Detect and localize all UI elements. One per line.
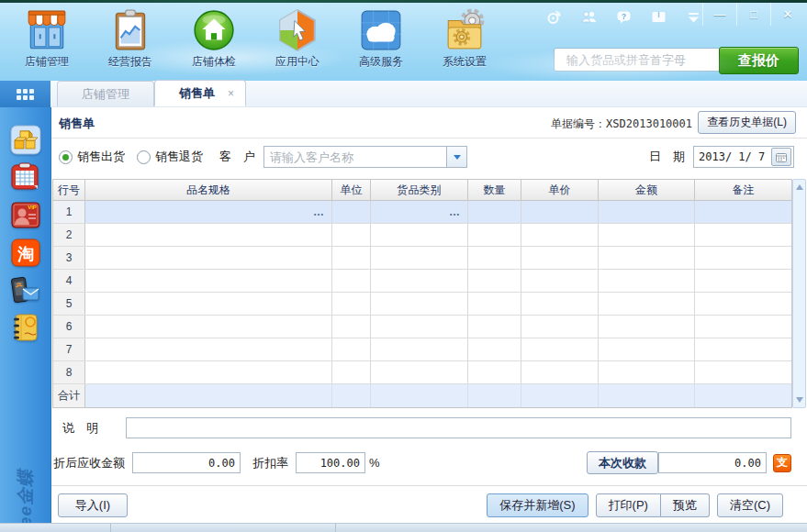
cell[interactable] [599,338,695,360]
table-row[interactable]: 6 [53,316,791,338]
sidebar-item-goods[interactable] [10,125,41,155]
print-button[interactable]: 打印(P) [596,493,661,517]
dropdown-icon[interactable] [686,9,701,25]
cell[interactable] [599,316,695,338]
table-row[interactable]: 4 [53,270,791,293]
tab-close-icon[interactable]: × [228,87,234,100]
scroll-down-arrow[interactable] [796,397,803,403]
table-row[interactable]: 1…… [53,201,791,224]
cell[interactable] [85,316,332,338]
cell[interactable] [332,361,371,383]
cell[interactable] [332,316,371,338]
toolbar-item-store-management[interactable]: 店铺管理 [17,8,77,70]
customer-input[interactable] [264,147,446,167]
save-and-new-button[interactable]: 保存并新增(S) [487,493,588,517]
row-number-cell[interactable]: 6 [53,316,85,338]
row-number-cell[interactable]: 3 [53,247,85,269]
cell[interactable] [599,293,695,315]
goods-search-input[interactable] [565,52,730,68]
payment-label-button[interactable]: 本次收款 [587,451,658,474]
tab-store-management[interactable]: 店铺管理 [57,81,154,106]
cell[interactable] [371,293,468,315]
clear-button[interactable]: 清空(C) [717,493,783,517]
cell[interactable]: … [85,201,332,223]
row-number-cell[interactable]: 5 [53,293,85,315]
maximize-button[interactable]: □ [736,3,770,26]
cell[interactable] [468,247,521,269]
cell-lookup-ellipsis[interactable]: … [449,205,461,218]
radio-sales-return[interactable] [137,150,151,164]
cell[interactable] [371,224,468,246]
cell[interactable] [332,338,371,360]
nav-menu-button[interactable] [0,81,50,107]
cell[interactable] [599,201,695,223]
sidebar-item-memo[interactable] [10,313,41,343]
cell[interactable] [695,270,791,292]
sidebar-item-vip-members[interactable]: VIP [10,200,41,230]
cell[interactable] [468,316,521,338]
preview-button[interactable]: 预览 [661,493,710,517]
cell[interactable] [332,247,371,269]
weibo-icon[interactable] [546,9,562,25]
cell[interactable] [521,270,599,292]
sidebar-item-sms[interactable] [10,275,41,305]
payment-input[interactable] [658,452,767,473]
cell[interactable] [521,361,599,383]
cell[interactable] [599,224,695,246]
check-quote-button[interactable]: 查报价 [719,47,799,74]
radio-sales-out[interactable] [59,150,73,164]
cell[interactable] [521,316,599,338]
sidebar-item-daily-report[interactable] [10,162,41,193]
cell[interactable] [85,293,332,315]
table-row[interactable]: 7 [53,338,791,361]
sidebar-item-taobao[interactable]: 淘 [10,238,41,268]
table-row[interactable]: 8 [53,361,791,384]
alipay-icon[interactable]: 支 [773,454,791,472]
cell[interactable] [599,270,695,292]
close-button[interactable]: ✕ [770,3,804,26]
cell[interactable] [85,338,332,360]
tab-sales-order[interactable]: 销售单 × [154,80,246,106]
table-scrollbar[interactable] [792,179,806,408]
cell[interactable] [85,224,332,246]
contacts-icon[interactable] [581,9,597,25]
cell[interactable] [599,247,695,269]
cell[interactable] [332,201,371,223]
cell[interactable] [695,338,791,360]
help-icon[interactable]: ? [616,9,632,25]
cell[interactable] [521,201,599,223]
cell[interactable] [85,361,332,383]
cell[interactable] [521,293,599,315]
cell[interactable] [695,224,791,246]
note-input[interactable] [126,417,791,438]
table-row[interactable]: 3 [53,247,791,270]
cell[interactable] [695,316,791,338]
toolbar-item-store-checkup[interactable]: 店铺体检 [184,8,244,70]
customer-dropdown-button[interactable] [446,147,466,167]
minimize-button[interactable]: — [702,3,736,26]
discount-rate-input[interactable] [296,452,365,473]
goods-search-box[interactable] [554,48,721,72]
view-history-button[interactable]: 查看历史单据(L) [698,111,796,134]
cell[interactable] [332,224,371,246]
scroll-up-arrow[interactable] [796,184,803,190]
cell[interactable] [695,361,791,383]
cell-lookup-ellipsis[interactable]: … [313,205,325,218]
cell[interactable] [468,201,521,223]
calendar-button[interactable] [771,148,791,166]
row-number-cell[interactable]: 2 [53,224,85,246]
cell[interactable] [468,338,521,360]
cell[interactable] [468,293,521,315]
cell[interactable] [521,338,599,360]
table-row[interactable]: 2 [53,224,791,247]
cell[interactable] [371,338,468,360]
cell[interactable] [371,361,468,383]
row-number-cell[interactable]: 4 [53,270,85,292]
cell[interactable] [371,247,468,269]
import-button[interactable]: 导入(I) [58,493,128,517]
toolbar-item-app-center[interactable]: 应用中心 [267,8,328,70]
toolbar-item-business-report[interactable]: 经营报告 [100,8,161,70]
row-number-cell[interactable]: 8 [53,361,85,383]
discounted-amount-input[interactable] [132,452,241,473]
cell[interactable] [332,293,371,315]
